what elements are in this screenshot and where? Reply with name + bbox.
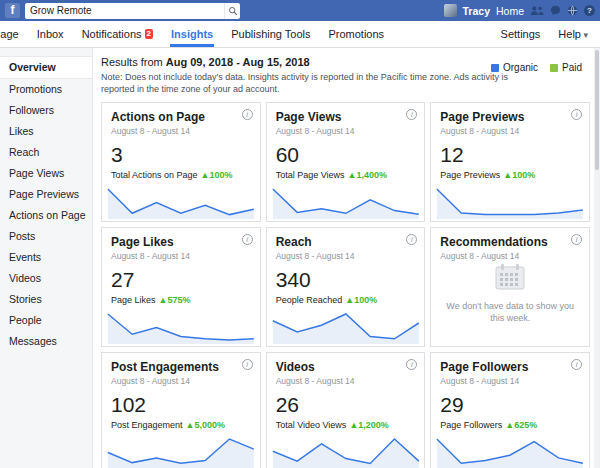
card-page-likes[interactable]: Page Likes August 8 - August 14 27 Page … xyxy=(101,227,261,347)
legend-paid: Paid xyxy=(550,62,582,73)
info-icon[interactable] xyxy=(406,234,417,245)
metric-value: 3 xyxy=(111,143,251,167)
info-icon[interactable] xyxy=(571,359,582,370)
sparkline-chart xyxy=(434,183,586,219)
sidebar-item-likes[interactable]: Likes xyxy=(0,121,92,142)
legend-organic: Organic xyxy=(491,62,538,73)
card-page-views[interactable]: Page Views August 8 - August 14 60 Total… xyxy=(266,102,426,222)
insights-sidebar: Overview Promotions Followers Likes Reac… xyxy=(0,48,93,468)
card-videos[interactable]: Videos August 8 - August 14 26 Total Vid… xyxy=(266,352,426,468)
help-menu[interactable]: Help xyxy=(558,28,588,40)
metric-cards-grid: Actions on Page August 8 - August 14 3 T… xyxy=(101,102,590,468)
change-percent: ▲100% xyxy=(345,295,377,305)
content-area: Overview Promotions Followers Likes Reac… xyxy=(0,48,600,468)
sidebar-item-followers[interactable]: Followers xyxy=(0,100,92,121)
chart-legend: Organic Paid xyxy=(491,62,582,73)
sidebar-item-videos[interactable]: Videos xyxy=(0,268,92,289)
organic-swatch xyxy=(491,64,499,72)
metric-value: 12 xyxy=(440,143,580,167)
card-actions-on-page[interactable]: Actions on Page August 8 - August 14 3 T… xyxy=(101,102,261,222)
tab-inbox[interactable]: Inbox xyxy=(28,21,73,47)
card-reach[interactable]: Reach August 8 - August 14 340 People Re… xyxy=(266,227,426,347)
facebook-logo[interactable] xyxy=(5,3,20,18)
sidebar-item-overview[interactable]: Overview xyxy=(0,56,92,79)
sidebar-item-events[interactable]: Events xyxy=(0,247,92,268)
info-icon[interactable] xyxy=(242,359,253,370)
sidebar-item-page-previews[interactable]: Page Previews xyxy=(0,184,92,205)
help-icon[interactable] xyxy=(584,5,595,16)
sidebar-item-promotions[interactable]: Promotions xyxy=(0,79,92,100)
sparkline-chart xyxy=(270,433,422,468)
sidebar-item-page-views[interactable]: Page Views xyxy=(0,163,92,184)
change-percent: ▲625% xyxy=(505,420,537,430)
notifications-globe-icon[interactable] xyxy=(567,5,578,16)
metric-value: 27 xyxy=(111,268,251,292)
metric-value: 26 xyxy=(276,393,416,417)
home-link[interactable]: Home xyxy=(496,5,524,17)
no-data-text: We don't have data to show you this week… xyxy=(443,300,577,324)
no-data-placeholder: We don't have data to show you this week… xyxy=(443,264,577,324)
tab-page[interactable]: Page xyxy=(0,21,28,47)
sparkline-chart xyxy=(434,433,586,468)
sidebar-item-actions-on-page[interactable]: Actions on Page xyxy=(0,205,92,226)
card-page-followers[interactable]: Page Followers August 8 - August 14 29 P… xyxy=(430,352,590,468)
paid-swatch xyxy=(550,64,558,72)
card-post-engagements[interactable]: Post Engagements August 8 - August 14 10… xyxy=(101,352,261,468)
sidebar-item-people[interactable]: People xyxy=(0,310,92,331)
messenger-icon[interactable] xyxy=(550,5,561,16)
facebook-insights-page: Tracy Home Page Inbox Notifications 2 In… xyxy=(0,0,600,468)
info-icon[interactable] xyxy=(242,234,253,245)
tab-notifications[interactable]: Notifications 2 xyxy=(73,21,162,47)
date-range: Aug 09, 2018 - Aug 15, 2018 xyxy=(166,56,310,68)
card-page-previews[interactable]: Page Previews August 8 - August 14 12 Pa… xyxy=(430,102,590,222)
search-icon[interactable] xyxy=(224,3,240,19)
scrollbar[interactable] xyxy=(594,48,600,468)
change-percent: ▲5,000% xyxy=(186,420,225,430)
tab-promotions[interactable]: Promotions xyxy=(319,21,393,47)
change-percent: ▲575% xyxy=(159,295,191,305)
avatar[interactable] xyxy=(444,4,457,17)
topbar-right-cluster: Tracy Home xyxy=(444,4,595,17)
info-icon[interactable] xyxy=(406,359,417,370)
change-percent: ▲1,200% xyxy=(349,420,388,430)
sparkline-chart xyxy=(105,308,257,344)
nav-right-links: Settings Help xyxy=(501,21,596,47)
sidebar-item-posts[interactable]: Posts xyxy=(0,226,92,247)
sidebar-item-stories[interactable]: Stories xyxy=(0,289,92,310)
notifications-badge: 2 xyxy=(145,29,153,39)
search-input[interactable] xyxy=(25,3,224,19)
metric-value: 102 xyxy=(111,393,251,417)
friend-requests-icon[interactable] xyxy=(530,5,544,16)
change-percent: ▲100% xyxy=(503,170,535,180)
sparkline-chart xyxy=(105,183,257,219)
page-tabs-bar: Page Inbox Notifications 2 Insights Publ… xyxy=(0,21,600,48)
sparkline-chart xyxy=(105,433,257,468)
card-recommendations[interactable]: Recommendations August 8 - August 14 xyxy=(430,227,590,347)
info-icon[interactable] xyxy=(571,234,582,245)
sidebar-item-reach[interactable]: Reach xyxy=(0,142,92,163)
calendar-icon xyxy=(495,264,525,290)
top-navigation-bar: Tracy Home xyxy=(0,0,600,21)
tab-publishing-tools[interactable]: Publishing Tools xyxy=(222,21,319,47)
sparkline-chart xyxy=(270,308,422,344)
metric-value: 29 xyxy=(440,393,580,417)
scrollbar-thumb[interactable] xyxy=(595,50,599,170)
info-icon[interactable] xyxy=(242,109,253,120)
metric-value: 60 xyxy=(276,143,416,167)
info-icon[interactable] xyxy=(571,109,582,120)
sidebar-item-messages[interactable]: Messages xyxy=(0,331,92,352)
info-icon[interactable] xyxy=(406,109,417,120)
overview-panel: Results from Aug 09, 2018 - Aug 15, 2018… xyxy=(93,48,600,468)
search-box xyxy=(25,3,240,19)
profile-link[interactable]: Tracy xyxy=(463,5,490,17)
metric-value: 340 xyxy=(276,268,416,292)
tab-insights[interactable]: Insights xyxy=(162,21,222,47)
change-percent: ▲100% xyxy=(201,170,233,180)
results-note: Note: Does not include today's data. Ins… xyxy=(101,71,509,95)
sparkline-chart xyxy=(270,183,422,219)
settings-link[interactable]: Settings xyxy=(501,28,541,40)
change-percent: ▲1,400% xyxy=(348,170,387,180)
